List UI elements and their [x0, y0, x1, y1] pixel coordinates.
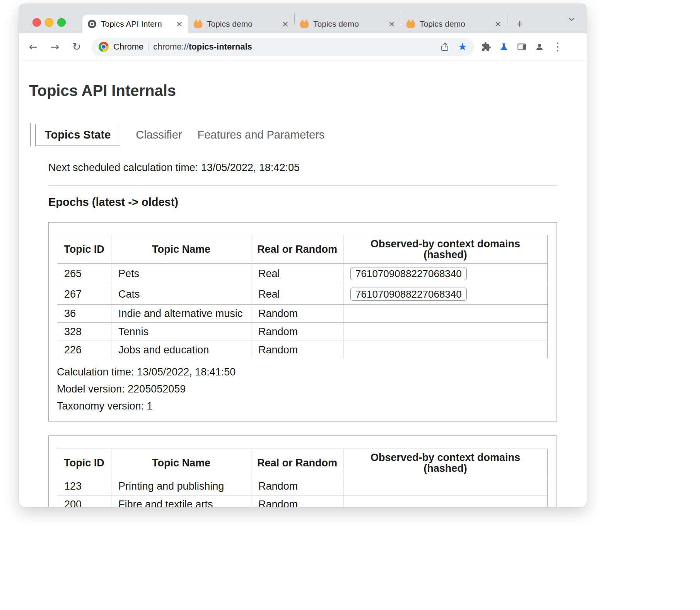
cat-icon — [406, 22, 415, 28]
topics-table: Topic ID Topic Name Real or Random Obser… — [57, 449, 548, 507]
browser-tab-topics-demo-3[interactable]: Topics demo × — [401, 15, 507, 33]
col-header-real-or-random: Real or Random — [251, 235, 343, 264]
topic-id-cell: 267 — [57, 284, 111, 305]
url-scheme: chrome:// — [153, 42, 189, 51]
hashed-domain-value: 7610709088227068340 — [350, 267, 467, 280]
browser-tab-topics-demo-1[interactable]: Topics demo × — [188, 15, 294, 33]
topic-name-cell: Pets — [111, 264, 251, 284]
col-header-topic-id: Topic ID — [57, 235, 111, 264]
topic-id-cell: 265 — [57, 264, 111, 284]
toolbar-actions: ⋮ — [481, 40, 563, 53]
col-header-observed-domains: Observed-by context domains (hashed) — [343, 449, 548, 477]
epoch-card: Topic ID Topic Name Real or Random Obser… — [48, 435, 557, 507]
forward-icon[interactable]: → — [48, 40, 61, 53]
close-tab-icon[interactable]: × — [495, 20, 502, 28]
close-tab-icon[interactable]: × — [388, 20, 395, 28]
new-tab-button[interactable]: + — [513, 17, 527, 31]
real-or-random-cell: Random — [251, 477, 343, 495]
col-header-topic-name: Topic Name — [111, 449, 251, 477]
topic-name-cell: Fibre and textile arts — [111, 495, 251, 507]
address-url: chrome://topics-internals — [153, 42, 252, 52]
real-or-random-cell: Real — [251, 264, 343, 284]
real-or-random-cell: Real — [251, 284, 343, 305]
observed-domains-cell — [343, 305, 548, 323]
topic-row: 123Printing and publishingRandom — [57, 477, 548, 495]
url-host: topics-internals — [189, 42, 252, 51]
reload-icon[interactable]: ↻ — [70, 40, 83, 53]
tab-features-and-parameters[interactable]: Features and Parameters — [198, 124, 325, 146]
next-calculation-time: Next scheduled calculation time: 13/05/2… — [48, 162, 557, 174]
back-icon[interactable]: ← — [27, 40, 40, 53]
close-tab-icon[interactable]: × — [282, 20, 289, 28]
observed-domains-cell: 7610709088227068340 — [343, 264, 548, 284]
hashed-domain-value: 7610709088227068340 — [350, 288, 467, 301]
browser-tab-topics-demo-2[interactable]: Topics demo × — [295, 15, 401, 33]
real-or-random-cell: Random — [251, 495, 343, 507]
topic-row: 200Fibre and textile artsRandom — [57, 495, 548, 507]
divider — [48, 185, 557, 186]
col-header-topic-id: Topic ID — [57, 449, 111, 477]
extensions-puzzle-icon[interactable] — [481, 42, 491, 52]
col-header-real-or-random: Real or Random — [251, 449, 343, 477]
topic-id-cell: 123 — [57, 477, 111, 495]
observed-domains-cell — [343, 323, 548, 341]
bookmark-star-icon[interactable]: ★ — [458, 41, 467, 52]
observed-domains-cell — [343, 495, 548, 507]
chrome-logo-icon — [99, 42, 109, 52]
tab-classifier[interactable]: Classifier — [136, 124, 182, 146]
table-header: Topic ID Topic Name Real or Random Obser… — [57, 235, 548, 264]
topics-internals-page: Topics API Internals Topics State Classi… — [19, 60, 587, 507]
real-or-random-cell: Random — [251, 341, 343, 359]
browser-tab-topics-internals[interactable]: Topics API Intern × — [82, 15, 188, 33]
zoom-window-button[interactable] — [57, 18, 66, 27]
observed-domains-cell — [343, 477, 548, 495]
topic-id-cell: 226 — [57, 341, 111, 359]
browser-window: Topics API Intern × Topics demo × Topics… — [19, 4, 587, 507]
tab-separator — [507, 14, 507, 24]
close-tab-icon[interactable]: × — [176, 20, 183, 28]
observed-domains-cell — [343, 341, 548, 359]
page-tab-bar: Topics State Classifier Features and Par… — [30, 123, 557, 146]
topic-name-cell: Cats — [111, 284, 251, 305]
real-or-random-cell: Random — [251, 305, 343, 323]
cat-icon — [194, 22, 202, 28]
topic-row: 328TennisRandom — [57, 323, 548, 341]
address-bar[interactable]: Chrome chrome://topics-internals ★ — [92, 38, 474, 56]
tab-topics-state[interactable]: Topics State — [35, 124, 120, 146]
browser-toolbar: ← → ↻ Chrome chrome://topics-internals ★ — [19, 33, 587, 60]
topic-row: 265PetsReal7610709088227068340 — [57, 264, 548, 284]
tab-title: Topics API Intern — [101, 19, 171, 29]
topic-name-cell: Tennis — [111, 323, 251, 341]
topic-name-cell: Jobs and education — [111, 341, 251, 359]
topic-id-cell: 200 — [57, 495, 111, 507]
topic-row: 267CatsReal7610709088227068340 — [57, 284, 548, 305]
observed-domains-cell: 7610709088227068340 — [343, 284, 548, 305]
address-app-label: Chrome — [113, 42, 143, 52]
menu-kebab-icon[interactable]: ⋮ — [552, 40, 563, 53]
table-body: 265PetsReal7610709088227068340267CatsRea… — [57, 264, 548, 359]
flask-icon[interactable] — [499, 42, 509, 52]
chevron-down-icon[interactable] — [567, 14, 577, 24]
close-window-button[interactable] — [32, 18, 41, 27]
minimize-window-button[interactable] — [45, 18, 53, 27]
topic-row: 226Jobs and educationRandom — [57, 341, 548, 359]
table-body: 123Printing and publishingRandom200Fibre… — [57, 477, 548, 507]
topic-name-cell: Printing and publishing — [111, 477, 251, 495]
epochs-heading: Epochs (latest -> oldest) — [48, 196, 557, 209]
tab-strip: Topics API Intern × Topics demo × Topics… — [19, 4, 587, 33]
tab-title: Topics demo — [207, 19, 277, 29]
topic-row: 36Indie and alternative musicRandom — [57, 305, 548, 323]
model-version: Model version: 2205052059 — [57, 383, 549, 395]
epoch-meta: Calculation time: 13/05/2022, 18:41:50 M… — [57, 366, 549, 412]
address-separator — [148, 42, 149, 51]
profile-avatar-icon[interactable] — [534, 42, 545, 52]
side-panel-icon[interactable] — [517, 42, 527, 52]
topic-id-cell: 328 — [57, 323, 111, 341]
topic-id-cell: 36 — [57, 305, 111, 323]
real-or-random-cell: Random — [251, 323, 343, 341]
traffic-lights — [32, 18, 66, 27]
tab-title: Topics demo — [420, 19, 490, 29]
tab-title: Topics demo — [313, 19, 384, 29]
page-title: Topics API Internals — [29, 81, 557, 100]
share-icon[interactable] — [440, 42, 450, 52]
